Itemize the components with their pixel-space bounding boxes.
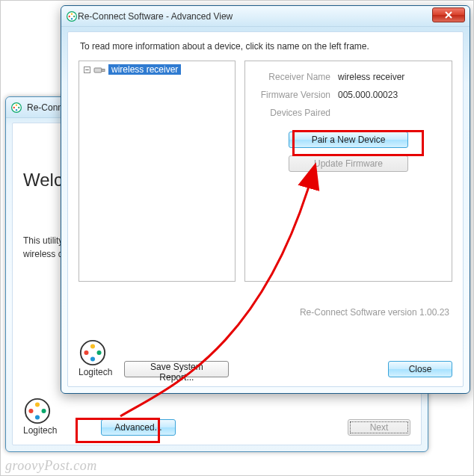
svg-point-21 [90,357,95,362]
collapse-toggle[interactable]: − [84,67,90,73]
info-row-devices-paired: Devices Paired [257,108,440,118]
svg-point-20 [90,344,95,348]
svg-point-13 [71,13,73,14]
pair-new-device-button[interactable]: Pair a New Device [289,132,408,148]
svg-point-14 [71,18,73,19]
info-row-receiver-name: Receiver Name wireless receiver [257,72,440,82]
save-system-report-button[interactable]: Save System Report... [124,361,229,377]
close-icon [445,11,452,19]
svg-point-6 [28,409,33,413]
receiver-name-label: Receiver Name [257,72,338,82]
close-button[interactable]: Close [388,361,452,377]
logitech-app-icon [10,102,22,114]
advanced-titlebar[interactable]: Re-Connect Software - Advanced View [61,6,470,27]
svg-point-3 [16,104,17,105]
svg-point-18 [84,350,88,355]
svg-point-0 [12,102,22,112]
svg-point-2 [18,106,19,108]
tree-root-row: − wireless receiver [81,63,233,76]
window-close-button[interactable] [432,7,465,22]
wizard-description-line1: This utility [23,235,63,246]
watermark: groovyPost.com [5,458,97,474]
next-button[interactable]: Next [348,419,410,436]
instruction-text: To read more information about a device,… [80,41,452,52]
device-info-panel: Receiver Name wireless receiver Firmware… [244,61,452,282]
advanced-title: Re-Connect Software - Advanced View [78,11,233,22]
svg-point-4 [16,109,17,111]
logitech-logo-label: Logitech [23,425,57,436]
svg-point-10 [67,11,77,21]
svg-point-12 [73,15,75,16]
advanced-button[interactable]: Advanced... [101,419,176,436]
receiver-name-value: wireless receiver [338,72,404,82]
devices-paired-label: Devices Paired [257,108,338,118]
software-version-text: Re-Connect Software version 1.00.23 [300,307,449,318]
svg-point-9 [35,415,40,420]
logitech-app-icon [66,10,78,22]
tree-item-wireless-receiver[interactable]: wireless receiver [108,64,181,75]
device-tree-panel: − wireless receiver [79,61,236,282]
advanced-window: Re-Connect Software - Advanced View To r… [61,5,470,394]
logitech-logo-icon [79,339,107,367]
logitech-logo: Logitech [79,339,112,377]
logitech-logo-icon [23,397,52,425]
firmware-version-value: 005.000.00023 [338,90,398,100]
svg-point-7 [42,409,46,413]
svg-rect-16 [102,69,105,72]
advanced-client-area: To read more information about a device,… [67,31,464,387]
svg-point-11 [69,15,70,16]
logitech-logo-label: Logitech [79,367,112,377]
wizard-description-line2: wireless c [23,249,63,259]
update-firmware-button[interactable]: Update Firmware [289,155,408,172]
wizard-title: Re-Conn [27,102,63,113]
info-row-firmware: Firmware Version 005.000.00023 [257,90,440,100]
receiver-icon [93,65,105,74]
svg-point-8 [35,402,40,407]
firmware-version-label: Firmware Version [257,90,338,100]
logitech-logo: Logitech [23,397,57,436]
svg-point-1 [13,106,15,108]
svg-point-19 [97,350,102,355]
svg-rect-15 [94,68,102,72]
